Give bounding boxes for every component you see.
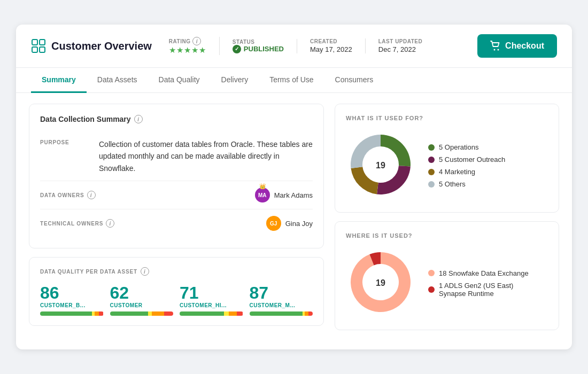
used-in-legend: 18 Snowfake Data Exchange1 ADLS Gen2 (US… (428, 269, 529, 298)
quality-item: 87CUSTOMER_M... (250, 284, 313, 316)
status-label: STATUS (233, 39, 284, 45)
checkout-button[interactable]: Checkout (477, 34, 557, 58)
avatar-gj: GJ (266, 216, 281, 231)
purpose-row: PURPOSE Collection of customer data tabl… (40, 132, 313, 181)
status-value: ✓ PUBLISHED (233, 45, 284, 53)
used-for-legend: 5 Operations5 Customer Outreach4 Marketi… (428, 143, 505, 188)
header: Customer Overview RATING i ★★★★★ STATUS … (16, 25, 572, 68)
data-owner-name: Mark Adams (274, 191, 313, 199)
rating-group: RATING i ★★★★★ (169, 37, 220, 55)
logo-title: Customer Overview (31, 38, 152, 53)
technical-owner-info: GJ Gina Joy (266, 216, 313, 231)
quality-header: DATA QUALITY PER DATA ASSET i (40, 267, 313, 276)
created-label: CREATED (310, 38, 352, 44)
quality-grid: 86CUSTOMER_B...62CUSTOMER71CUSTOMER_HI..… (40, 284, 313, 316)
quality-item: 71CUSTOMER_HI... (180, 284, 243, 316)
updated-label: LAST UPDATED (378, 38, 422, 44)
legend-dot (428, 181, 435, 188)
tab-delivery[interactable]: Delivery (211, 68, 259, 93)
legend-item: 5 Customer Outreach (428, 155, 505, 163)
svg-point-5 (498, 49, 499, 51)
legend-item: 4 Marketing (428, 168, 505, 176)
collection-summary-title: Data Collection Summary i (40, 115, 313, 123)
used-for-chart-row: 19 5 Operations5 Customer Outreach4 Mark… (346, 130, 548, 201)
tabs-bar: Summary Data Assets Data Quality Deliver… (16, 68, 572, 93)
updated-value: Dec 7, 2022 (378, 45, 422, 53)
data-owners-label: DATA OWNERS i (40, 191, 126, 199)
legend-dot (428, 169, 435, 175)
technical-owners-info-icon[interactable]: i (106, 219, 114, 228)
check-icon: ✓ (233, 45, 241, 53)
svg-rect-3 (40, 47, 45, 52)
technical-owner-name: Gina Joy (285, 220, 313, 228)
rating-info-icon[interactable]: i (192, 37, 201, 45)
main-card: Customer Overview RATING i ★★★★★ STATUS … (16, 25, 572, 349)
used-in-chart-row: 19 18 Snowfake Data Exchange1 ADLS Gen2 … (346, 247, 548, 319)
legend-item: 18 Snowfake Data Exchange (428, 269, 529, 277)
svg-rect-1 (40, 40, 45, 45)
legend-item: 5 Operations (428, 143, 505, 151)
technical-owners-label: TECHNICAL OWNERS i (40, 219, 126, 228)
quality-item: 86CUSTOMER_B... (40, 284, 104, 316)
legend-item: 1 ADLS Gen2 (US East) Synapse Runtime (428, 282, 529, 298)
svg-point-4 (494, 49, 496, 51)
data-owner-row: DATA OWNERS i MA Mark Adams (40, 181, 313, 209)
svg-rect-2 (32, 47, 37, 52)
legend-dot (428, 157, 435, 163)
tab-data-quality[interactable]: Data Quality (148, 68, 211, 93)
content-area: Data Collection Summary i PURPOSE Collec… (16, 93, 572, 349)
used-for-heading: WHAT IS IT USED FOR? (346, 115, 548, 121)
svg-rect-0 (32, 40, 37, 45)
left-panel: Data Collection Summary i PURPOSE Collec… (29, 104, 324, 339)
quality-item: 62CUSTOMER (110, 284, 174, 316)
updated-group: LAST UPDATED Dec 7, 2022 (366, 38, 435, 53)
created-value: May 17, 2022 (310, 45, 352, 53)
quality-info-icon[interactable]: i (141, 267, 149, 276)
used-for-total: 19 (376, 161, 385, 170)
collection-info-icon[interactable]: i (134, 115, 143, 123)
used-for-donut: 19 (346, 130, 415, 201)
status-group: STATUS ✓ PUBLISHED (220, 39, 297, 53)
tab-data-assets[interactable]: Data Assets (87, 68, 148, 93)
page-title: Customer Overview (51, 40, 152, 52)
used-in-donut: 19 (346, 247, 415, 319)
tab-summary[interactable]: Summary (31, 68, 87, 93)
technical-owner-row: TECHNICAL OWNERS i GJ Gina Joy (40, 209, 313, 237)
tab-consumers[interactable]: Consumers (324, 68, 384, 93)
used-in-total: 19 (376, 278, 385, 288)
header-meta: RATING i ★★★★★ STATUS ✓ PUBLISHED CREATE… (169, 37, 460, 55)
cart-icon (490, 41, 501, 51)
collection-summary-card: Data Collection Summary i PURPOSE Collec… (29, 104, 324, 248)
tab-terms-of-use[interactable]: Terms of Use (259, 68, 324, 93)
purpose-text: Collection of customer data tables from … (99, 138, 313, 174)
data-owner-info: MA Mark Adams (255, 188, 313, 202)
legend-dot (428, 144, 435, 151)
used-in-section: WHERE IS IT USED? 19 18 Snowfake Data Ex… (335, 221, 559, 330)
rating-label: RATING i (169, 37, 206, 45)
used-in-heading: WHERE IS IT USED? (346, 232, 548, 239)
quality-section: DATA QUALITY PER DATA ASSET i 86CUSTOMER… (29, 257, 324, 326)
created-group: CREATED May 17, 2022 (297, 38, 366, 53)
legend-item: 5 Others (428, 180, 505, 188)
avatar-ma: MA (255, 188, 270, 202)
right-panel: WHAT IS IT USED FOR? 19 5 Operations5 Cu… (335, 104, 559, 339)
data-owners-info-icon[interactable]: i (87, 191, 96, 199)
used-for-section: WHAT IS IT USED FOR? 19 5 Operations5 Cu… (335, 104, 559, 213)
logo-icon (31, 38, 46, 53)
legend-dot (428, 270, 435, 276)
rating-stars: ★★★★★ (169, 45, 206, 55)
purpose-label: PURPOSE (40, 138, 88, 174)
legend-dot (428, 286, 435, 293)
